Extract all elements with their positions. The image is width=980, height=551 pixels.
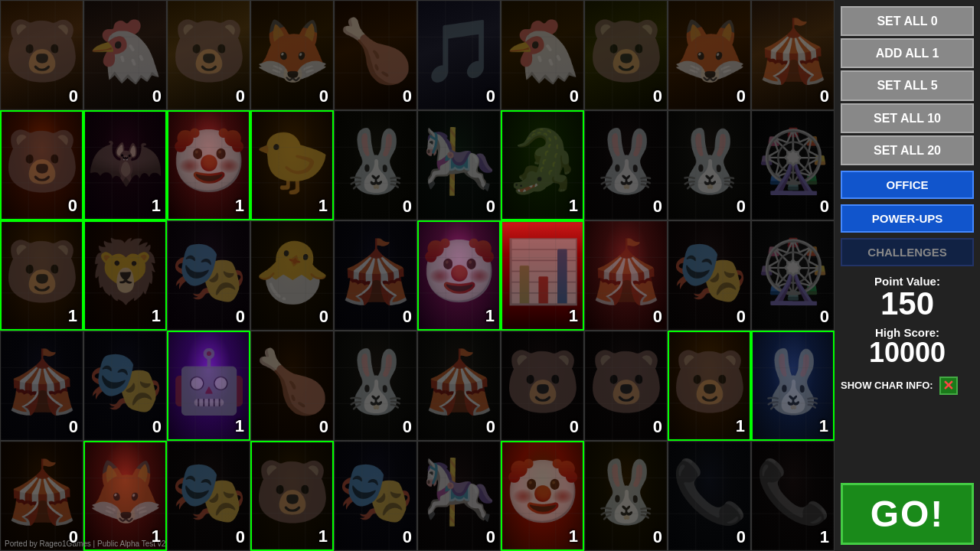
char-cell-39[interactable]: 🐰1 <box>751 331 835 441</box>
char-count-49: 1 <box>820 527 829 547</box>
char-face-46: 🤡 <box>505 456 581 528</box>
char-count-29: 0 <box>820 307 829 327</box>
set-all-0-button[interactable]: SET ALL 0 <box>841 6 974 36</box>
char-cell-46[interactable]: 🤡1 <box>501 441 584 551</box>
char-count-28: 0 <box>737 307 746 327</box>
challenges-button[interactable]: CHALLENGES <box>841 238 974 266</box>
char-count-35: 0 <box>486 417 495 437</box>
char-face-43: 🐻 <box>254 456 331 528</box>
char-count-12: 1 <box>235 196 244 216</box>
char-cell-0[interactable]: 🐻0 <box>0 0 83 110</box>
char-cell-5[interactable]: 🎵0 <box>417 0 501 110</box>
char-cell-25[interactable]: 🤡1 <box>417 220 501 331</box>
char-cell-15[interactable]: 🎠0 <box>417 110 501 220</box>
char-count-27: 0 <box>653 307 662 327</box>
char-count-7: 0 <box>653 86 662 106</box>
char-cell-29[interactable]: 🎡0 <box>751 220 835 331</box>
char-cell-21[interactable]: 🦁1 <box>83 220 167 331</box>
char-count-30: 0 <box>69 417 78 437</box>
char-face-16: 🐊 <box>505 126 581 197</box>
char-cell-28[interactable]: 🎭0 <box>668 220 751 331</box>
char-cell-48[interactable]: 📞0 <box>668 441 751 551</box>
char-count-4: 0 <box>403 86 412 106</box>
add-all-1-button[interactable]: ADD ALL 1 <box>841 38 974 68</box>
char-count-39: 1 <box>819 416 828 436</box>
char-count-36: 0 <box>570 417 579 437</box>
char-count-23: 0 <box>319 307 328 327</box>
char-face-39: 🐰 <box>755 346 831 418</box>
char-cell-14[interactable]: 🐰0 <box>334 110 417 220</box>
char-cell-32[interactable]: 🤖1 <box>167 331 250 441</box>
char-cell-44[interactable]: 🎭0 <box>334 441 417 551</box>
char-cell-18[interactable]: 🐰0 <box>668 110 751 220</box>
char-count-16: 1 <box>569 196 578 216</box>
char-cell-19[interactable]: 🎡0 <box>751 110 835 220</box>
char-count-32: 1 <box>235 416 244 436</box>
char-face-11: 🦇 <box>87 126 164 197</box>
char-cell-22[interactable]: 🎭0 <box>167 220 250 331</box>
char-cell-4[interactable]: 🍗0 <box>334 0 417 110</box>
char-cell-11[interactable]: 🦇1 <box>83 110 167 220</box>
show-char-info-checkbox[interactable]: ✕ <box>939 377 958 395</box>
set-all-5-button[interactable]: SET ALL 5 <box>841 70 974 100</box>
char-face-10: 🐻 <box>4 126 80 197</box>
char-cell-8[interactable]: 🦊0 <box>668 0 751 110</box>
char-cell-20[interactable]: 🐻1 <box>0 220 83 331</box>
char-cell-13[interactable]: 🐤1 <box>250 110 334 220</box>
char-cell-31[interactable]: 🎭0 <box>83 331 167 441</box>
char-cell-49[interactable]: 📞1 <box>751 441 835 551</box>
char-cell-10[interactable]: 🐻0 <box>0 110 83 220</box>
set-all-20-button[interactable]: SET ALL 20 <box>841 135 974 165</box>
char-cell-24[interactable]: 🎪0 <box>334 220 417 331</box>
char-cell-33[interactable]: 🍗0 <box>250 331 334 441</box>
char-count-43: 1 <box>318 527 328 546</box>
char-cell-30[interactable]: 🎪0 <box>0 331 83 441</box>
char-cell-12[interactable]: 🤡1 <box>167 110 250 220</box>
char-cell-7[interactable]: 🐻0 <box>584 0 668 110</box>
char-cell-17[interactable]: 🐰0 <box>584 110 668 220</box>
char-count-48: 0 <box>737 527 746 547</box>
char-count-20: 1 <box>68 306 77 326</box>
char-cell-38[interactable]: 🐻1 <box>668 331 751 441</box>
char-cell-41[interactable]: 🦊1 <box>83 441 167 551</box>
char-cell-43[interactable]: 🐻1 <box>250 441 334 551</box>
char-cell-34[interactable]: 🐰0 <box>334 331 417 441</box>
char-face-24: 🎪 <box>338 236 414 308</box>
char-face-38: 🐻 <box>671 346 748 418</box>
char-count-44: 0 <box>403 527 412 547</box>
set-all-10-button[interactable]: SET ALL 10 <box>841 103 974 133</box>
char-count-15: 0 <box>486 197 495 217</box>
office-button[interactable]: OFFICE <box>841 171 974 199</box>
char-cell-36[interactable]: 🐻0 <box>501 331 584 441</box>
char-cell-6[interactable]: 🐔0 <box>501 0 584 110</box>
char-cell-1[interactable]: 🐔0 <box>83 0 167 110</box>
char-cell-45[interactable]: 🎠0 <box>417 441 501 551</box>
char-cell-9[interactable]: 🎪0 <box>751 0 835 110</box>
char-count-41: 1 <box>152 527 161 546</box>
char-face-23: 🐣 <box>254 236 331 308</box>
char-face-28: 🎭 <box>671 236 748 308</box>
char-face-37: 🐻 <box>588 346 665 418</box>
char-cell-47[interactable]: 🐰0 <box>584 441 668 551</box>
char-cell-16[interactable]: 🐊1 <box>501 110 584 220</box>
char-cell-2[interactable]: 🐻0 <box>167 0 250 110</box>
char-cell-37[interactable]: 🐻0 <box>584 331 668 441</box>
go-button[interactable]: GO! <box>841 483 974 545</box>
char-count-42: 0 <box>236 527 245 547</box>
char-cell-26[interactable]: 📊1 <box>501 220 584 331</box>
watermark: Ported by Rageo1Games | Public Alpha Tes… <box>5 540 165 548</box>
power-ups-button[interactable]: POWER-UPS <box>841 204 974 233</box>
char-cell-23[interactable]: 🐣0 <box>250 220 334 331</box>
char-cell-27[interactable]: 🎪0 <box>584 220 668 331</box>
char-cell-42[interactable]: 🎭0 <box>167 441 250 551</box>
char-count-8: 0 <box>737 86 746 106</box>
char-face-44: 🎭 <box>338 456 414 528</box>
char-count-37: 0 <box>653 417 662 437</box>
char-count-34: 0 <box>403 417 412 437</box>
char-cell-40[interactable]: 🎪0 <box>0 441 83 551</box>
char-count-3: 0 <box>319 86 328 106</box>
char-count-6: 0 <box>570 86 579 106</box>
char-face-33: 🍗 <box>254 346 331 418</box>
char-cell-35[interactable]: 🎪0 <box>417 331 501 441</box>
char-cell-3[interactable]: 🦊0 <box>250 0 334 110</box>
